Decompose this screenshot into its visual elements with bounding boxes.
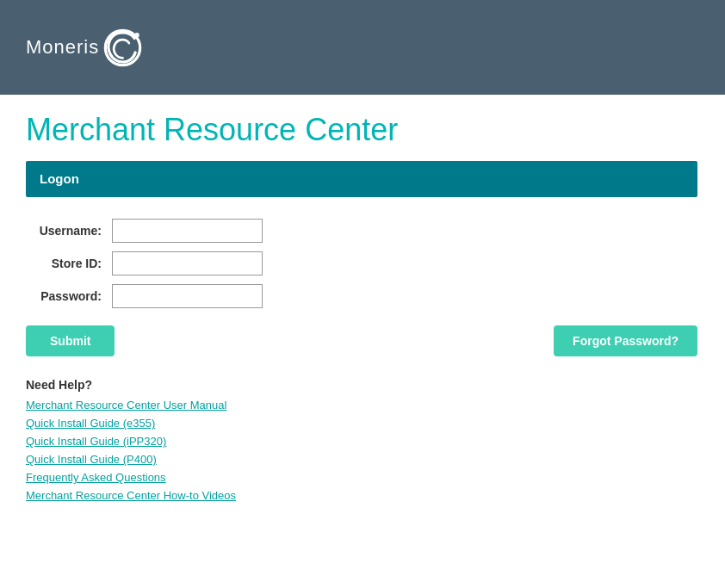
username-input[interactable] — [112, 219, 263, 243]
quick-install-e355-link[interactable]: Quick Install Guide (e355) — [26, 417, 699, 430]
password-input[interactable] — [112, 284, 263, 308]
help-section: Need Help? Merchant Resource Center User… — [26, 378, 699, 502]
username-label: Username: — [26, 224, 112, 238]
faq-link[interactable]: Frequently Asked Questions — [26, 471, 699, 484]
username-row: Username: — [26, 219, 699, 243]
store-id-label: Store ID: — [26, 257, 112, 270]
quick-install-ipp320-link[interactable]: Quick Install Guide (iPP320) — [26, 435, 699, 448]
submit-button[interactable]: Submit — [26, 325, 115, 356]
password-label: Password: — [26, 289, 112, 303]
logo-text: Moneris — [26, 36, 99, 59]
login-form: Username: Store ID: Password: — [26, 219, 699, 308]
app-header: Moneris — [0, 0, 725, 95]
buttons-row: Submit Forgot Password? — [26, 325, 697, 356]
moneris-logo-icon — [99, 24, 146, 71]
main-content: Merchant Resource Center Logon Username:… — [0, 95, 725, 524]
store-id-input[interactable] — [112, 251, 263, 275]
logon-panel-title: Logon — [40, 171, 79, 186]
logo-container: Moneris — [26, 24, 146, 71]
store-id-row: Store ID: — [26, 251, 699, 275]
how-to-videos-link[interactable]: Merchant Resource Center How-to Videos — [26, 489, 699, 502]
page-title: Merchant Resource Center — [26, 112, 699, 148]
quick-install-p400-link[interactable]: Quick Install Guide (P400) — [26, 453, 699, 466]
user-manual-link[interactable]: Merchant Resource Center User Manual — [26, 399, 699, 412]
logon-panel: Logon — [26, 161, 697, 197]
svg-point-1 — [135, 33, 140, 38]
forgot-password-button[interactable]: Forgot Password? — [554, 325, 697, 356]
need-help-heading: Need Help? — [26, 378, 699, 392]
password-row: Password: — [26, 284, 699, 308]
